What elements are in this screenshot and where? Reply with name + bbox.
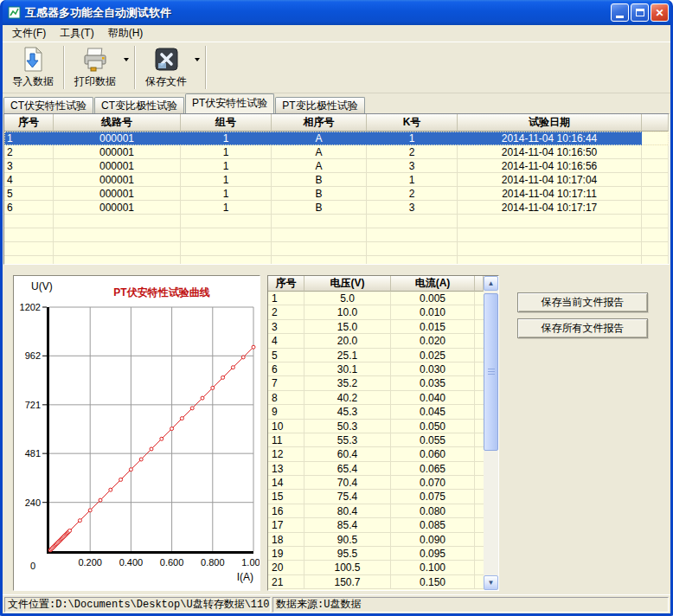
save-all-reports-button[interactable]: 保存所有文件报告 — [517, 318, 648, 338]
menu-tools[interactable]: 工具(T) — [53, 26, 100, 41]
column-header-seq[interactable]: 序号 — [4, 114, 54, 132]
tab-ct-ratio-test[interactable]: CT变比极性试验 — [94, 97, 184, 113]
table-row[interactable]: 50000011B22014-11-04 10:17:11 — [4, 187, 669, 201]
maximize-button[interactable] — [631, 3, 649, 22]
table-cell — [642, 145, 669, 159]
table-cell — [458, 228, 642, 242]
table-row[interactable]: 315.00.015 — [268, 320, 484, 334]
table-row[interactable]: 1050.30.050 — [268, 420, 484, 433]
scrollbar-thumb[interactable] — [484, 293, 498, 451]
table-cell: 7 — [268, 376, 304, 390]
print-data-button[interactable]: 打印数据 — [68, 44, 122, 91]
minimize-button[interactable] — [611, 3, 629, 22]
tab-pt-va-test[interactable]: PT伏安特性试验 — [185, 93, 274, 113]
client-area: 文件(F) 工具(T) 帮助(H) 导入数据 — [3, 25, 670, 613]
tab-pt-ratio-test[interactable]: PT变比极性试验 — [275, 97, 364, 113]
table-cell — [642, 228, 669, 242]
toolbar: 导入数据 打印数据 — [3, 42, 670, 93]
table-row[interactable]: 60000011B32014-11-04 10:17:17 — [4, 201, 669, 215]
table-row[interactable]: 1995.50.095 — [268, 547, 484, 561]
data-point — [78, 519, 81, 523]
table-cell: 2014-11-04 10:16:50 — [458, 145, 642, 159]
table-cell — [642, 187, 669, 201]
table-row[interactable]: 10000011A12014-11-04 10:16:44 — [4, 132, 669, 145]
data-point — [180, 417, 183, 420]
table-cell: 3 — [4, 159, 54, 173]
table-row[interactable]: 1155.30.055 — [268, 433, 484, 447]
scrollbar[interactable]: ▲ ▼ — [484, 276, 498, 590]
data-point — [231, 366, 234, 369]
table-row[interactable]: 525.10.025 — [268, 349, 484, 363]
table-row[interactable]: 21150.70.150 — [268, 575, 484, 589]
save-current-report-button[interactable]: 保存当前文件报告 — [517, 292, 648, 312]
status-file-location: 文件位置:D:\Documents\Desktop\U盘转存数据\1104101… — [4, 597, 271, 613]
table-cell — [4, 242, 54, 256]
save-dropdown-arrow[interactable] — [193, 46, 202, 74]
table-cell: 16 — [268, 504, 304, 518]
table-row[interactable]: 1890.50.090 — [268, 533, 484, 547]
table-row[interactable]: 15.00.005 — [268, 292, 484, 305]
y-tick-label: 0 — [30, 561, 35, 571]
import-data-icon — [21, 46, 45, 74]
table-row[interactable]: 630.10.030 — [268, 363, 484, 376]
table-row[interactable]: 40000011B12014-11-04 10:17:04 — [4, 173, 669, 187]
table-cell: 1 — [181, 173, 272, 187]
table-cell — [642, 173, 669, 187]
table-row[interactable]: 210.00.010 — [268, 305, 484, 319]
column-header-test-date[interactable]: 试验日期 — [458, 114, 642, 132]
data-point — [252, 345, 255, 349]
table-row[interactable]: 1260.40.060 — [268, 447, 484, 461]
table-row[interactable]: 420.00.020 — [268, 334, 484, 348]
table-row[interactable]: 1470.40.070 — [268, 476, 484, 490]
table-cell: 40.2 — [304, 391, 391, 405]
save-file-button[interactable]: 保存文件 — [139, 44, 193, 91]
column-header-k-no[interactable]: K号 — [367, 114, 458, 132]
column-header-seq[interactable]: 序号 — [268, 276, 304, 292]
table-cell: 80.4 — [304, 504, 391, 518]
table-row[interactable] — [4, 256, 669, 265]
table-row[interactable]: 1365.40.065 — [268, 462, 484, 476]
column-header-line-no[interactable]: 线路号 — [54, 114, 181, 132]
table-row[interactable]: 20000011A22014-11-04 10:16:50 — [4, 145, 669, 159]
import-data-button[interactable]: 导入数据 — [6, 44, 60, 91]
table-cell: 50.3 — [304, 420, 391, 433]
column-header-group-no[interactable]: 组号 — [181, 114, 272, 132]
column-header-voltage[interactable]: 电压(V) — [304, 276, 391, 292]
scroll-up-icon[interactable]: ▲ — [484, 276, 498, 291]
title-bar[interactable]: 互感器多功能全自动测试软件 ✕ — [0, 0, 673, 25]
data-point — [119, 478, 123, 481]
table-cell — [458, 242, 642, 256]
table-row[interactable]: 945.30.045 — [268, 405, 484, 419]
table-row[interactable] — [4, 215, 669, 228]
close-button[interactable]: ✕ — [651, 3, 669, 22]
column-header-current[interactable]: 电流(A) — [391, 276, 475, 292]
table-row[interactable]: 1575.40.075 — [268, 490, 484, 504]
table-cell: 0.075 — [391, 490, 475, 504]
menu-help[interactable]: 帮助(H) — [101, 26, 151, 41]
table-row[interactable]: 1680.40.080 — [268, 504, 484, 518]
table-row[interactable]: 840.20.040 — [268, 391, 484, 405]
table-cell: 1 — [367, 132, 458, 145]
table-row[interactable] — [4, 242, 669, 256]
table-cell — [54, 228, 181, 242]
import-data-label: 导入数据 — [12, 74, 54, 89]
tab-ct-va-test[interactable]: CT伏安特性试验 — [3, 97, 93, 113]
table-row[interactable] — [4, 228, 669, 242]
table-row[interactable]: 20100.50.100 — [268, 561, 484, 574]
menu-file[interactable]: 文件(F) — [5, 26, 53, 41]
table-cell: 19 — [268, 547, 304, 561]
table-cell: 30.1 — [304, 363, 391, 376]
scroll-down-icon[interactable]: ▼ — [484, 575, 498, 590]
table-row[interactable]: 1785.40.085 — [268, 518, 484, 532]
table-row[interactable]: 30000011A32014-11-04 10:16:56 — [4, 159, 669, 173]
table-row[interactable]: 735.20.035 — [268, 376, 484, 390]
print-dropdown-arrow[interactable] — [122, 46, 131, 74]
table-cell: 0.085 — [391, 518, 475, 532]
measurement-table-body: 15.00.005210.00.010315.00.015420.00.0205… — [268, 292, 484, 589]
table-cell — [642, 159, 669, 173]
column-header-phase-no[interactable]: 相序号 — [272, 114, 367, 132]
app-window: 互感器多功能全自动测试软件 ✕ 文件(F) 工具(T) 帮助(H) — [0, 0, 673, 616]
table-cell: 2 — [4, 145, 54, 159]
table-cell: 95.5 — [304, 547, 391, 561]
y-tick-label: 240 — [25, 497, 41, 508]
